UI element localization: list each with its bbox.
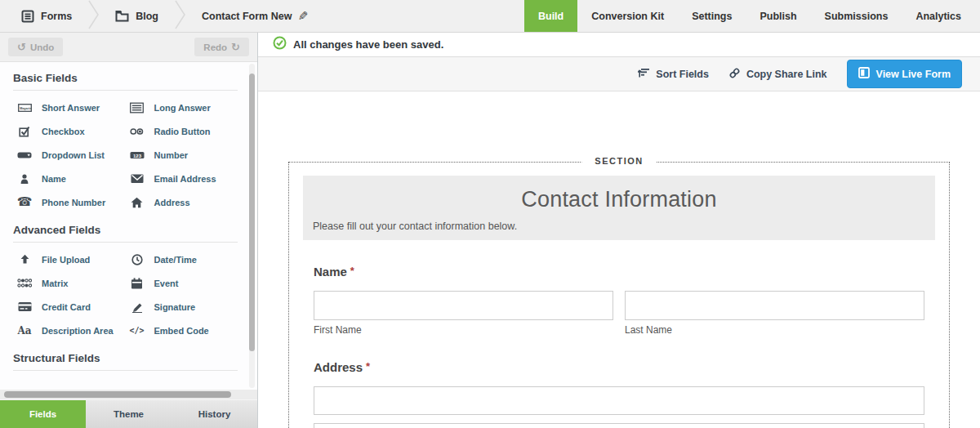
name-field[interactable]: Name* First Name Last Name: [289, 265, 949, 336]
matrix-icon: [13, 278, 36, 288]
edit-pencil-icon[interactable]: ✎: [298, 9, 309, 24]
field-item-short-answer[interactable]: MagazineShort Answer: [13, 99, 126, 116]
field-item-address[interactable]: Address: [126, 194, 238, 211]
file-upload-icon: [13, 254, 36, 265]
breadcrumb: Forms Blog Contact Form New ✎: [0, 0, 314, 32]
field-item-credit-card[interactable]: Credit Card: [13, 298, 126, 315]
first-name-sublabel: First Name: [314, 324, 613, 336]
field-item-event[interactable]: Event: [126, 274, 238, 292]
copy-share-link-label: Copy Share Link: [746, 69, 827, 80]
long-answer-icon: [126, 102, 149, 114]
address-line2-input[interactable]: [314, 423, 924, 428]
redo-button[interactable]: Redo ↻: [194, 38, 249, 56]
top-bar: Forms Blog Contact Form New ✎ Build Conv…: [0, 0, 980, 33]
top-nav-tabs: Build Conversion Kit Settings Publish Su…: [524, 0, 980, 32]
sidebar-horizontal-scrollbar[interactable]: [0, 390, 257, 399]
section-heading-structural-fields: Structural Fields: [13, 352, 238, 364]
email-address-icon: [126, 173, 149, 184]
field-item-label: Checkbox: [42, 127, 85, 136]
section-heading-basic-fields: Basic Fields: [13, 72, 238, 84]
copy-share-link-button[interactable]: Copy Share Link: [728, 67, 827, 82]
field-item-dropdown-list[interactable]: Dropdown List: [13, 146, 126, 163]
date-time-icon: [126, 254, 149, 265]
address-icon: [126, 197, 149, 208]
field-item-email-address[interactable]: Email Address: [126, 170, 238, 187]
tab-build[interactable]: Build: [524, 0, 577, 32]
tab-fields[interactable]: Fields: [0, 400, 86, 428]
field-item-label: Event: [154, 279, 179, 288]
breadcrumb-blog-label: Blog: [136, 11, 158, 22]
field-item-embed-code[interactable]: </>Embed Code: [126, 322, 238, 339]
breadcrumb-form-name: Contact Form New ✎: [197, 9, 314, 24]
field-item-checkbox[interactable]: Checkbox: [13, 123, 126, 140]
form-section[interactable]: SECTION Contact Information Please fill …: [288, 162, 950, 428]
live-form-window-icon: [858, 67, 870, 81]
radio-button-icon: [126, 126, 149, 137]
required-asterisk: *: [350, 265, 354, 277]
field-item-label: Email Address: [154, 174, 216, 184]
sort-fields-button[interactable]: Sort Fields: [638, 67, 709, 81]
field-palette-panel: Basic FieldsMagazineShort AnswerLong Ans…: [0, 61, 257, 390]
breadcrumb-forms[interactable]: Forms: [16, 10, 77, 23]
address-field[interactable]: Address*: [289, 360, 949, 428]
field-item-phone-number[interactable]: ☎Phone Number: [13, 194, 126, 211]
field-item-label: Embed Code: [154, 326, 209, 336]
check-circle-icon: [273, 36, 287, 53]
field-item-label: File Upload: [42, 255, 90, 265]
field-item-description-area[interactable]: AaDescription Area: [13, 322, 126, 339]
field-item-label: Long Answer: [154, 103, 211, 113]
field-grid: File UploadDate/TimeMatrixEventCredit Ca…: [13, 251, 238, 339]
svg-text:123: 123: [132, 153, 141, 158]
breadcrumb-folder-blog[interactable]: Blog: [110, 10, 163, 22]
section-label: SECTION: [581, 156, 656, 166]
app-body: ↺ Undo Redo ↻ Basic FieldsMagazineShort …: [0, 33, 980, 428]
field-item-label: Matrix: [42, 279, 68, 288]
field-item-name[interactable]: Name: [13, 170, 126, 187]
field-item-label: Date/Time: [154, 255, 197, 265]
field-item-long-answer[interactable]: Long Answer: [126, 99, 238, 116]
first-name-input[interactable]: [314, 291, 613, 320]
view-live-form-label: View Live Form: [876, 69, 951, 80]
form-toolbar: Sort Fields Copy Share Link View Live Fo…: [258, 57, 980, 91]
field-item-file-upload[interactable]: File Upload: [13, 251, 126, 268]
tab-settings[interactable]: Settings: [678, 0, 746, 32]
save-status-message: All changes have been saved.: [293, 38, 443, 51]
last-name-sublabel: Last Name: [625, 324, 924, 336]
forms-icon: [21, 10, 34, 23]
description-area-icon: Aa: [13, 326, 36, 336]
field-item-radio-button[interactable]: Radio Button: [126, 123, 238, 140]
section-header[interactable]: Contact Information Please fill out your…: [303, 176, 935, 240]
field-item-label: Name: [42, 174, 66, 184]
tab-history[interactable]: History: [172, 400, 257, 428]
field-item-label: Dropdown List: [42, 150, 105, 160]
sort-fields-label: Sort Fields: [656, 69, 709, 80]
tab-theme[interactable]: Theme: [86, 400, 172, 428]
field-item-matrix[interactable]: Matrix: [13, 274, 126, 292]
field-item-number[interactable]: 123Number: [126, 146, 238, 163]
field-item-signature[interactable]: Signature: [126, 298, 238, 315]
sidebar-vertical-scrollbar[interactable]: [249, 64, 255, 388]
field-item-date-time[interactable]: Date/Time: [126, 251, 238, 268]
phone-number-icon: ☎: [13, 196, 36, 208]
event-icon: [126, 278, 149, 289]
sidebar-tabs: Fields Theme History: [0, 399, 257, 428]
field-item-label: Short Answer: [42, 103, 100, 113]
tab-submissions[interactable]: Submissions: [811, 0, 902, 32]
view-live-form-button[interactable]: View Live Form: [847, 60, 962, 88]
last-name-input[interactable]: [625, 291, 924, 320]
undo-button[interactable]: ↺ Undo: [8, 38, 63, 56]
short-answer-icon: Magazine: [13, 102, 36, 114]
field-grid: MagazineShort AnswerLong AnswerCheckboxR…: [13, 99, 238, 211]
address-line1-input[interactable]: [314, 386, 924, 415]
tab-conversion-kit[interactable]: Conversion Kit: [577, 0, 678, 32]
tab-analytics[interactable]: Analytics: [902, 0, 975, 32]
embed-code-icon: </>: [126, 327, 149, 335]
number-icon: 123: [126, 149, 149, 161]
tab-publish[interactable]: Publish: [746, 0, 810, 32]
field-item-label: Radio Button: [154, 127, 211, 136]
redo-icon: ↻: [231, 42, 240, 52]
undo-icon: ↺: [17, 42, 26, 52]
sort-icon: [638, 67, 650, 81]
field-item-label: Number: [154, 150, 189, 160]
field-item-label: Credit Card: [42, 302, 91, 312]
